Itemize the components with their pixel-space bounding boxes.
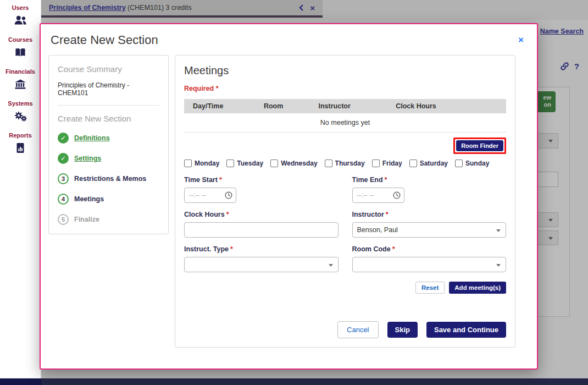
col-instructor: Instructor [310,102,387,110]
step-4-circle: 4 [58,194,69,205]
day-saturday[interactable]: Saturday [409,160,448,167]
room-code-field: Room Code* [352,245,507,272]
instructor-field: Instructor* Benson, Paul [352,211,507,238]
instructor-select[interactable]: Benson, Paul [352,222,507,238]
sidebar-item-reports[interactable]: Reports [0,132,41,155]
instruct-type-select[interactable] [184,257,339,272]
step-finalize: 5 Finalize [58,214,159,225]
day-monday[interactable]: Monday [184,160,219,167]
step-restrictions-memos: 3 Restrictions & Memos [58,173,159,184]
checkbox-wednesday[interactable] [270,160,278,167]
meetings-table: Day/Time Room Instructor Clock Hours No … [184,99,506,133]
instruct-type-field: Instruct. Type* [184,245,339,272]
day-friday[interactable]: Friday [372,160,402,167]
sidebar-item-users[interactable]: Users [0,4,41,27]
course-summary-panel: Course Summary Principles of Chemistry -… [48,55,169,234]
check-circle-icon: ✓ [58,133,69,144]
step-definitions[interactable]: ✓ Definitions [58,133,159,144]
day-thursday[interactable]: Thursday [325,160,365,167]
annotation-highlight: Room Finder [453,138,506,154]
meetings-heading: Meetings [184,64,506,77]
caret-down-icon [496,264,501,267]
col-room: Room [255,102,310,110]
steps-heading: Create New Section [58,114,159,123]
gears-icon [0,109,41,123]
meetings-panel: Meetings Required * Day/Time Room Instru… [175,55,515,348]
checkbox-sunday[interactable] [455,160,463,167]
step-5-circle: 5 [58,214,69,225]
empty-table-message: No meetings yet [184,113,506,133]
cancel-button[interactable]: Cancel [337,321,378,338]
step-definitions-link[interactable]: Definitions [74,134,110,142]
col-clock-hours: Clock Hours [387,102,506,110]
clock-icon [225,191,232,201]
time-start-field: Time Start* [184,176,339,203]
sidebar-item-systems[interactable]: Systems [0,100,41,123]
users-icon [0,14,41,27]
required-label: Required * [184,85,506,92]
time-end-field: Time End* [352,176,507,203]
clock-icon [393,191,401,201]
checkbox-thursday[interactable] [325,160,332,167]
caret-down-icon [329,264,333,267]
close-icon[interactable]: × [518,33,524,45]
book-icon [0,46,41,59]
clock-hours-input[interactable] [184,222,339,238]
meetings-table-header: Day/Time Room Instructor Clock Hours [184,99,506,113]
day-sunday[interactable]: Sunday [455,160,489,167]
reset-button[interactable]: Reset [415,282,445,294]
bank-icon [0,78,41,91]
day-wednesday[interactable]: Wednesday [270,160,317,167]
course-summary-heading: Course Summary [58,64,159,74]
step-settings-link[interactable]: Settings [74,155,101,162]
day-tuesday[interactable]: Tuesday [226,160,263,167]
step-meetings: 4 Meetings [58,194,159,205]
day-checkboxes: Monday Tuesday Wednesday Thursday Friday… [184,160,506,167]
col-day-time: Day/Time [184,102,255,110]
step-settings[interactable]: ✓ Settings [58,153,159,164]
report-icon [0,141,41,155]
skip-button[interactable]: Skip [387,322,418,338]
caret-down-icon [496,229,501,232]
room-code-select[interactable] [352,257,507,272]
clock-hours-field: Clock Hours* [184,211,339,238]
checkbox-tuesday[interactable] [226,160,234,167]
sidebar-item-financials[interactable]: Financials [0,68,41,91]
checkbox-friday[interactable] [372,160,380,167]
room-finder-button[interactable]: Room Finder [456,140,503,151]
save-and-continue-button[interactable]: Save and Continue [426,322,506,338]
checkbox-monday[interactable] [184,160,192,167]
course-name: Principles of Chemistry - CHEM101 [58,81,159,106]
checkbox-saturday[interactable] [409,160,417,167]
sidebar-item-courses[interactable]: Courses [0,36,41,59]
step-3-circle: 3 [58,173,69,184]
sidebar-nav: Users Courses Financials S [0,0,41,378]
modal-title: Create New Section [51,33,158,47]
add-meetings-button[interactable]: Add meeting(s) [449,282,506,294]
create-new-section-modal: Create New Section × Course Summary Prin… [40,23,538,370]
check-circle-icon: ✓ [58,153,69,164]
